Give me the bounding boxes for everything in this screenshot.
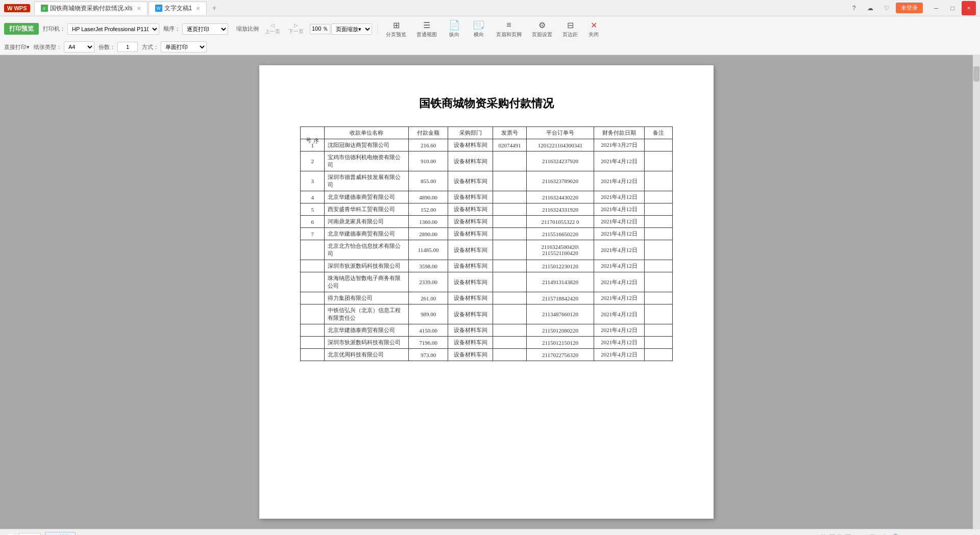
cell-amount: 2890.00	[409, 228, 448, 240]
sheet-tab-1[interactable]: 3.20	[19, 533, 41, 536]
cell-dept: 设备材料车间	[448, 260, 493, 272]
title-bar: W WPS x 国铁商城物资采购付款情况.xls ✕ W 文字文稿1 ✕ + ?…	[0, 0, 980, 16]
cell-dept: 设备材料车间	[448, 304, 493, 324]
prev-page-label: 上一页	[265, 28, 280, 35]
cell-date: 2021年4月12日	[594, 337, 645, 349]
cell-date: 2021年4月12日	[594, 171, 645, 191]
cell-order: 2116324331920	[527, 203, 594, 216]
cell-invoice	[493, 216, 527, 228]
tab-excel-close[interactable]: ✕	[137, 6, 141, 11]
printer-select[interactable]: HP LaserJet Professional P1106	[67, 23, 159, 35]
copies-input[interactable]	[117, 42, 138, 52]
cell-order: 2113487660120	[527, 304, 594, 324]
zoom-select[interactable]: 页面缩放▾	[331, 23, 372, 35]
cell-note	[644, 292, 672, 304]
tab-word-close[interactable]: ✕	[196, 6, 200, 11]
order-label: 顺序：	[163, 25, 180, 33]
cell-name: 深圳市德普威科技发展有限公司	[325, 171, 409, 191]
normal-view-button[interactable]: ☰ 普通视图	[413, 18, 440, 39]
cell-dept: 设备材料车间	[448, 171, 493, 191]
zoom-magnify-icon[interactable]: 🔍	[892, 532, 902, 536]
tab-word[interactable]: W 文字文稿1 ✕	[149, 2, 207, 15]
settings-icon[interactable]: ⚙	[879, 532, 890, 536]
table-row: 北京北方怡合信息技术有限公司11485.00设备材料车间211632450042…	[301, 240, 673, 260]
method-select[interactable]: 单面打印	[161, 41, 207, 53]
data-table: 序号 收款单位名称 付款金额 采购部门 发票号 平台订单号 财务付款日期 备注 …	[300, 126, 673, 361]
zoom-input[interactable]	[310, 24, 330, 34]
cell-invoice	[493, 151, 527, 171]
window-close-button[interactable]: ×	[962, 1, 976, 15]
cell-amount: 4890.00	[409, 191, 448, 203]
page-area[interactable]: 国铁商城物资采购付款情况 序号 收款单位名称 付款金额 采购部门 发票号 平台订…	[0, 55, 973, 529]
prev-page-button[interactable]: ◁ 上一页	[263, 21, 282, 36]
add-sheet-button[interactable]: +	[80, 533, 84, 536]
page-setup-button[interactable]: ⚙ 页面设置	[529, 18, 555, 39]
paper-type-label: 纸张类型：	[34, 43, 62, 51]
next-page-button[interactable]: ▷ 下一页	[286, 21, 306, 36]
header-date: 财务付款日期	[594, 127, 645, 139]
print-preview-button[interactable]: 打印预览	[4, 23, 39, 35]
cell-invoice	[493, 324, 527, 337]
close-print-button[interactable]: ✕ 关闭	[585, 19, 602, 39]
paper-type-select[interactable]: A4	[64, 41, 94, 53]
sheet-tab-2[interactable]: 3.5付款	[45, 532, 75, 535]
cell-amount: 261.00	[409, 292, 448, 304]
table-row: 北京优周科技有限公司973.00设备材料车间21170227563202021年…	[301, 349, 673, 361]
portrait-button[interactable]: 📄 纵向	[444, 18, 464, 39]
grid-view-icon[interactable]: ⊞	[855, 532, 865, 536]
cell-name: 深圳市狄派数码科技有限公司	[325, 260, 409, 272]
minimize-button[interactable]: ─	[929, 1, 943, 15]
cell-invoice	[493, 228, 527, 240]
cell-name: 北京华建德泰商贸有限公司	[325, 324, 409, 337]
cell-amount: 855.00	[409, 171, 448, 191]
cell-invoice	[493, 240, 527, 260]
tab-excel-label: 国铁商城物资采购付款情况.xls	[50, 4, 133, 13]
cell-date: 2021年4月12日	[594, 292, 645, 304]
cell-amount: 152.00	[409, 203, 448, 216]
status-right: 第1页 共2页 ⊞ ☰ ⚙ 🔍 − + 100%	[821, 532, 974, 536]
cell-invoice	[493, 191, 527, 203]
header-order: 平台订单号	[527, 127, 594, 139]
table-row: 深圳市狄派数码科技有限公司3598.00设备材料车间21150122301202…	[301, 260, 673, 272]
maximize-button[interactable]: □	[945, 1, 960, 15]
table-row: 5西安盛青华科工贸有限公司152.00设备材料车间211632433192020…	[301, 203, 673, 216]
cell-seq	[301, 337, 325, 349]
portrait-icon: 📄	[449, 19, 460, 31]
cell-dept: 设备材料车间	[448, 272, 493, 292]
margins-icon: ⊟	[565, 19, 576, 31]
cell-invoice	[493, 272, 527, 292]
list-view-icon[interactable]: ☰	[867, 532, 877, 536]
cell-seq	[301, 324, 325, 337]
main-area: 国铁商城物资采购付款情况 序号 收款单位名称 付款金额 采购部门 发票号 平台订…	[0, 55, 980, 529]
cell-date: 2021年4月12日	[594, 151, 645, 171]
scale-label: 缩放比例	[236, 25, 259, 33]
margins-button[interactable]: ⊟ 页边距	[559, 18, 581, 39]
excel-icon: x	[41, 5, 48, 12]
status-left: 📊 3.20 3.5付款 +	[6, 532, 84, 535]
help-button[interactable]: ?	[847, 1, 861, 15]
cell-date: 2021年4月12日	[594, 324, 645, 337]
order-select[interactable]: 逐页打印	[182, 23, 228, 35]
cell-name: 北京北方怡合信息技术有限公司	[325, 240, 409, 260]
cell-amount: 7196.00	[409, 337, 448, 349]
cell-seq	[301, 304, 325, 324]
cell-order: 2115516650220	[527, 228, 594, 240]
cell-date: 2021年4月12日	[594, 272, 645, 292]
cell-seq: 2	[301, 151, 325, 171]
tab-excel[interactable]: x 国铁商城物资采购付款情况.xls ✕	[34, 2, 148, 15]
cell-dept: 设备材料车间	[448, 349, 493, 361]
heart-button[interactable]: ♡	[879, 1, 894, 15]
cell-seq	[301, 260, 325, 272]
table-row: 深圳市狄派数码科技有限公司7196.00设备材料车间21150121501202…	[301, 337, 673, 349]
right-scrollbar[interactable]	[973, 55, 980, 529]
header-footer-button[interactable]: ≡ 页眉和页脚	[493, 18, 525, 39]
cell-name: 深圳市狄派数码科技有限公司	[325, 337, 409, 349]
add-tab-button[interactable]: +	[210, 4, 218, 13]
table-row: 4北京华建德泰商贸有限公司4890.00设备材料车间21163244302202…	[301, 191, 673, 203]
cloud-button[interactable]: ☁	[863, 1, 877, 15]
direct-print-label[interactable]: 直接打印▾	[4, 43, 30, 51]
cell-order: 2116324430220	[527, 191, 594, 203]
landscape-button[interactable]: 📄 横向	[469, 18, 489, 39]
login-button[interactable]: 未登录	[896, 3, 923, 13]
split-preview-button[interactable]: ⊞ 分页预览	[383, 18, 409, 39]
